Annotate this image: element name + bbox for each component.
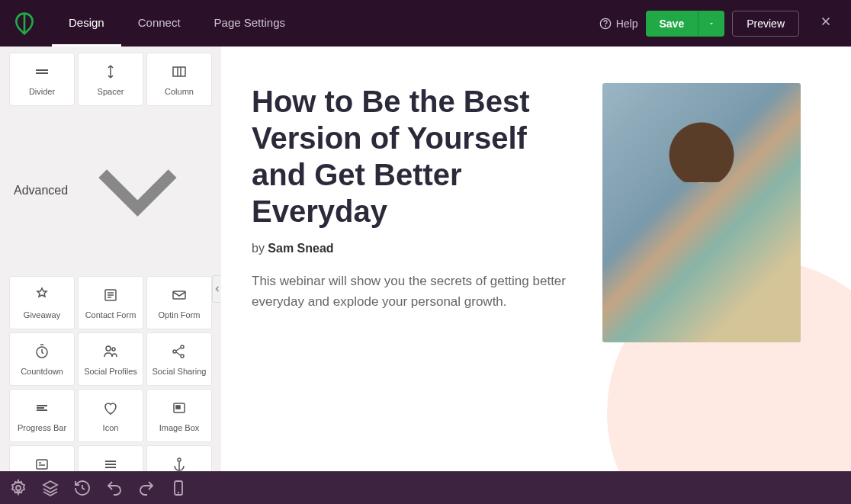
widget-column[interactable]: Column (146, 53, 212, 106)
help-icon (599, 18, 612, 30)
widget-social-profiles[interactable]: Social Profiles (78, 332, 143, 386)
social-profiles-icon (101, 342, 120, 361)
widget-spacer[interactable]: Spacer (78, 53, 143, 106)
main-area: Divider Spacer Column Advanced Giveaway … (0, 47, 851, 471)
widget-label: Giveaway (24, 310, 60, 319)
widget-label: Countdown (21, 367, 63, 376)
advanced-section-header[interactable]: Advanced (0, 112, 221, 270)
svg-point-7 (112, 348, 115, 351)
save-button-group: Save (646, 11, 725, 37)
svg-rect-13 (37, 460, 47, 469)
chevron-left-icon (213, 276, 221, 302)
layers-icon (41, 479, 59, 497)
section-title: Advanced (14, 184, 68, 197)
svg-point-9 (181, 345, 184, 348)
sidebar-collapse-handle[interactable] (212, 275, 221, 303)
column-icon (170, 63, 188, 81)
contact-form-icon (101, 286, 120, 304)
giveaway-icon (33, 286, 51, 304)
redo-icon (137, 479, 156, 497)
widget-divider[interactable]: Divider (9, 53, 75, 106)
tab-connect[interactable]: Connect (121, 1, 197, 47)
widget-giveaway[interactable]: Giveaway (9, 276, 75, 329)
history-button[interactable] (73, 479, 92, 497)
social-sharing-icon (170, 342, 188, 361)
widget-label: Social Profiles (84, 367, 137, 376)
countdown-icon (33, 342, 51, 361)
progress-bar-icon (33, 399, 51, 417)
svg-point-10 (181, 355, 184, 358)
header-tabs: Design Connect Page Settings (52, 1, 302, 47)
canvas[interactable]: How to Be the Best Version of Yourself a… (221, 47, 851, 471)
svg-rect-4 (173, 291, 185, 299)
logo (12, 11, 37, 36)
widget-label: Icon (103, 423, 119, 432)
widget-sidebar: Divider Spacer Column Advanced Giveaway … (0, 47, 221, 471)
hero-photo[interactable] (602, 83, 801, 342)
widget-label: Column (165, 87, 194, 96)
widget-label: Divider (29, 87, 55, 96)
redo-button[interactable] (137, 479, 156, 497)
byline-prefix: by (252, 242, 268, 255)
widget-social-sharing[interactable]: Social Sharing (146, 332, 212, 386)
widget-countdown[interactable]: Countdown (9, 332, 75, 386)
help-label: Help (616, 18, 638, 30)
anchor-icon (170, 455, 188, 471)
optin-form-icon (170, 286, 188, 304)
gear-icon (9, 479, 27, 497)
save-dropdown[interactable] (698, 11, 724, 37)
nav-menu-icon (101, 455, 120, 471)
heart-icon (101, 399, 120, 417)
widget-image-box[interactable]: Image Box (146, 389, 212, 442)
help-link[interactable]: Help (599, 18, 638, 30)
widget-optin-form[interactable]: Optin Form (146, 276, 212, 329)
settings-button[interactable] (9, 479, 27, 497)
undo-button[interactable] (105, 479, 124, 497)
widget-label: Spacer (98, 87, 124, 96)
image-box-icon (170, 399, 188, 417)
widget-label: Social Sharing (153, 367, 207, 376)
preview-button[interactable]: Preview (732, 11, 799, 37)
svg-point-1 (605, 26, 605, 27)
icon-box-icon (33, 455, 51, 471)
widget-progress-bar[interactable]: Progress Bar (9, 389, 75, 442)
widget-label: Image Box (159, 423, 200, 432)
tab-page-settings[interactable]: Page Settings (197, 1, 302, 47)
undo-icon (105, 479, 124, 497)
svg-rect-2 (173, 67, 185, 76)
widget-contact-form[interactable]: Contact Form (78, 276, 143, 329)
spacer-icon (101, 63, 120, 81)
bottom-toolbar (0, 471, 851, 504)
widget-icon-box[interactable]: Icon Box (9, 445, 75, 471)
mobile-icon (169, 479, 188, 497)
header-actions: Help Save Preview (599, 11, 839, 37)
svg-point-16 (16, 486, 21, 490)
svg-point-8 (173, 350, 176, 353)
save-button[interactable]: Save (646, 11, 698, 37)
page-description[interactable]: This webinar will show you the secrets o… (252, 271, 572, 312)
widget-label: Contact Form (85, 310, 136, 319)
widget-anchor[interactable]: Anchor (146, 445, 212, 471)
basic-widget-grid: Divider Spacer Column (0, 47, 221, 112)
page-content: How to Be the Best Version of Yourself a… (252, 83, 820, 342)
widget-label: Progress Bar (18, 423, 66, 432)
svg-rect-12 (176, 406, 180, 409)
layers-button[interactable] (41, 479, 59, 497)
app-header: Design Connect Page Settings Help Save P… (0, 0, 851, 47)
svg-point-14 (178, 458, 181, 461)
tab-design[interactable]: Design (52, 1, 121, 47)
close-button[interactable] (813, 11, 839, 35)
widget-icon[interactable]: Icon (78, 389, 143, 442)
divider-icon (33, 63, 51, 81)
close-icon (819, 14, 833, 28)
history-icon (73, 479, 92, 497)
page-headline[interactable]: How to Be the Best Version of Yourself a… (252, 83, 572, 230)
byline[interactable]: by Sam Snead (252, 242, 572, 255)
advanced-widget-grid: Giveaway Contact Form Optin Form Countdo… (0, 270, 221, 471)
widget-label: Optin Form (158, 310, 200, 319)
text-column: How to Be the Best Version of Yourself a… (252, 83, 572, 342)
responsive-button[interactable] (169, 479, 188, 497)
widget-nav-menu[interactable]: Nav Menu (78, 445, 143, 471)
byline-author: Sam Snead (268, 242, 333, 255)
svg-point-6 (106, 346, 111, 351)
